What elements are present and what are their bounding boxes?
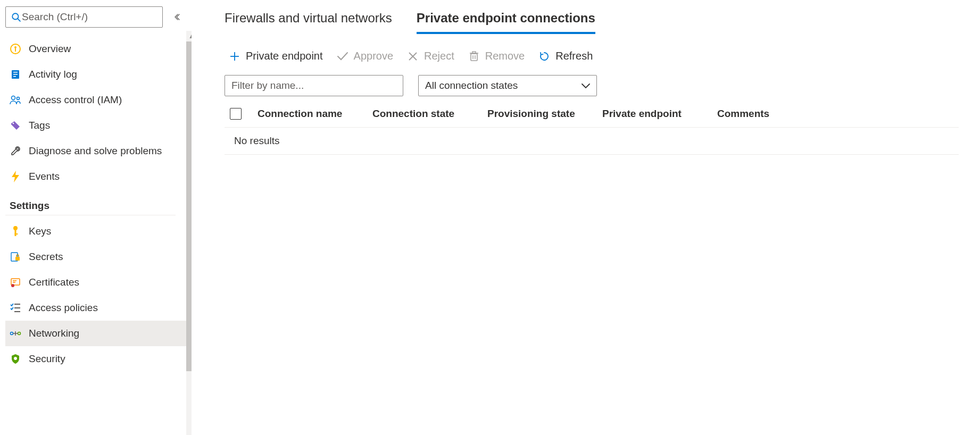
- nav-label: Access control (IAM): [29, 94, 122, 106]
- sidebar-section-settings: Settings: [5, 189, 176, 215]
- svg-rect-22: [14, 307, 20, 308]
- refresh-button[interactable]: Refresh: [538, 50, 593, 62]
- table-empty-row: No results: [225, 128, 959, 155]
- col-provisioning[interactable]: Provisioning state: [487, 108, 602, 120]
- svg-rect-16: [15, 257, 20, 261]
- col-connection-name[interactable]: Connection name: [258, 108, 372, 120]
- sidebar: Overview Activity log Access control (IA…: [0, 0, 192, 435]
- reject-button: Reject: [407, 50, 454, 62]
- list-check-icon: [10, 302, 21, 314]
- svg-rect-36: [472, 52, 476, 53]
- svg-point-24: [11, 332, 13, 335]
- sidebar-item-access-policies[interactable]: Access policies: [5, 295, 186, 321]
- svg-rect-19: [13, 282, 15, 283]
- col-comments[interactable]: Comments: [717, 108, 959, 120]
- svg-rect-27: [15, 358, 16, 360]
- svg-point-25: [18, 332, 21, 335]
- refresh-icon: [538, 51, 550, 62]
- search-icon: [10, 11, 22, 23]
- button-label: Approve: [354, 50, 394, 62]
- svg-point-9: [12, 96, 15, 100]
- people-icon: [10, 94, 21, 106]
- x-icon: [407, 51, 419, 62]
- sidebar-item-tags[interactable]: Tags: [5, 113, 186, 138]
- col-private-endpoint[interactable]: Private endpoint: [602, 108, 717, 120]
- approve-button: Approve: [337, 50, 394, 62]
- sidebar-search-input[interactable]: [22, 11, 158, 23]
- sidebar-item-activity-log[interactable]: Activity log: [5, 62, 186, 87]
- tag-icon: [10, 120, 21, 131]
- svg-rect-13: [15, 230, 16, 236]
- tab-private-endpoints[interactable]: Private endpoint connections: [417, 11, 595, 34]
- toolbar: Private endpoint Approve Reject Remove: [229, 50, 959, 62]
- nav-label: Events: [29, 171, 60, 182]
- sidebar-item-diagnose[interactable]: Diagnose and solve problems: [5, 138, 186, 164]
- svg-line-1: [18, 19, 20, 21]
- button-label: Reject: [424, 50, 454, 62]
- sidebar-collapse-button[interactable]: [170, 9, 186, 25]
- nav-label: Tags: [29, 120, 50, 131]
- key-icon: [10, 43, 21, 55]
- sidebar-item-security[interactable]: Security: [5, 346, 186, 372]
- svg-rect-6: [13, 72, 18, 73]
- svg-rect-18: [13, 280, 16, 281]
- tab-firewalls[interactable]: Firewalls and virtual networks: [225, 11, 392, 34]
- nav-label: Overview: [29, 43, 71, 55]
- certificate-icon: [10, 277, 21, 288]
- svg-rect-14: [15, 233, 18, 235]
- scroll-up-icon[interactable]: ▲: [186, 31, 192, 41]
- button-label: Remove: [485, 50, 525, 62]
- sidebar-item-certificates[interactable]: Certificates: [5, 270, 186, 295]
- svg-point-11: [13, 123, 14, 124]
- svg-point-10: [17, 97, 20, 100]
- sidebar-item-iam[interactable]: Access control (IAM): [5, 87, 186, 113]
- sidebar-item-secrets[interactable]: Secrets: [5, 244, 186, 270]
- svg-rect-21: [14, 304, 20, 305]
- plus-icon: [229, 51, 240, 62]
- wrench-icon: [10, 145, 21, 157]
- nav-label: Certificates: [29, 277, 79, 288]
- nav-label: Security: [29, 353, 65, 365]
- button-label: Private endpoint: [246, 50, 323, 62]
- nav-label: Activity log: [29, 69, 77, 80]
- sidebar-item-overview[interactable]: Overview: [5, 36, 186, 62]
- svg-rect-4: [15, 48, 16, 52]
- connection-state-dropdown[interactable]: All connection states: [418, 75, 597, 96]
- remove-button: Remove: [468, 50, 525, 62]
- check-icon: [337, 51, 348, 62]
- nav-label: Secrets: [29, 251, 63, 263]
- add-private-endpoint-button[interactable]: Private endpoint: [229, 50, 323, 62]
- sidebar-scrollbar[interactable]: ▲: [186, 31, 192, 435]
- button-label: Refresh: [555, 50, 593, 62]
- key-icon: [10, 225, 21, 237]
- col-connection-state[interactable]: Connection state: [372, 108, 487, 120]
- trash-icon: [468, 51, 480, 62]
- svg-point-3: [14, 46, 16, 48]
- sidebar-item-events[interactable]: Events: [5, 164, 186, 189]
- nav-label: Keys: [29, 225, 51, 237]
- sidebar-item-networking[interactable]: Networking: [5, 321, 186, 346]
- table-header: Connection name Connection state Provisi…: [225, 103, 959, 128]
- sidebar-search[interactable]: [5, 6, 163, 28]
- secrets-icon: [10, 251, 21, 263]
- main-panel: Firewalls and virtual networks Private e…: [192, 0, 980, 435]
- dropdown-value: All connection states: [425, 80, 518, 91]
- svg-rect-32: [471, 54, 477, 61]
- nav-label: Access policies: [29, 302, 98, 314]
- sidebar-item-keys[interactable]: Keys: [5, 219, 186, 244]
- nav-label: Networking: [29, 328, 79, 339]
- svg-point-20: [11, 284, 14, 287]
- connections-table: Connection name Connection state Provisi…: [225, 103, 959, 155]
- tab-strip: Firewalls and virtual networks Private e…: [225, 11, 959, 34]
- lightning-icon: [10, 171, 21, 182]
- svg-rect-7: [13, 74, 18, 75]
- shield-icon: [10, 353, 21, 365]
- log-icon: [10, 69, 21, 80]
- scrollbar-thumb[interactable]: [186, 41, 192, 371]
- filter-name-input[interactable]: [225, 75, 403, 96]
- nav-label: Diagnose and solve problems: [29, 145, 162, 157]
- network-icon: [10, 328, 21, 339]
- svg-rect-23: [14, 311, 20, 312]
- svg-point-12: [13, 226, 18, 230]
- select-all-checkbox[interactable]: [230, 108, 242, 120]
